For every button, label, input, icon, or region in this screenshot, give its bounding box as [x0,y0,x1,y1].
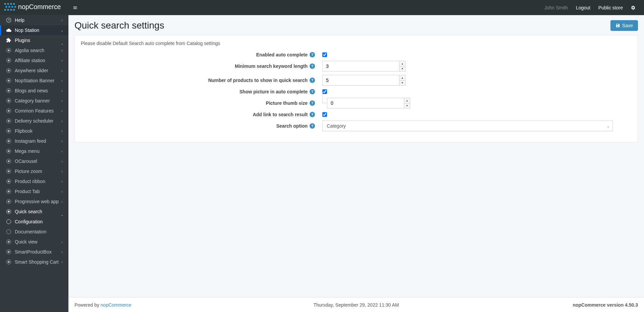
circle-dot-icon [5,128,12,134]
chevron-down-icon: ⌄ [60,42,64,45]
powered-by-text: Powered by [74,302,101,308]
circle-icon [5,219,12,225]
spinner-up-button[interactable]: ▲ [399,75,405,81]
circle-dot-icon [5,259,12,265]
sidebar-item-smartproductbox[interactable]: SmartProductBox ‹ [0,247,68,257]
row-thumb-size: Picture thumb size ? ▲ ▼ [81,98,632,108]
row-enabled-auto-complete: Enabled auto complete ? [81,52,632,57]
chevron-left-icon: ‹ [60,59,64,62]
chevron-down-icon: ⌄ [60,213,64,217]
svg-text:?: ? [8,18,10,22]
public-store-link[interactable]: Public store [594,0,627,15]
content-header: Quick search settings Save [68,15,644,35]
label-min-keyword: Minimum search keyword length ? [81,63,318,69]
sidebar-documentation-label: Documentation [15,229,64,234]
label-text: Picture thumb size [266,100,308,106]
chevron-left-icon: ‹ [60,160,64,163]
save-button[interactable]: Save [610,20,638,31]
sidebar-item-instagram-feed[interactable]: Instagram feed ‹ [0,136,68,146]
add-link-checkbox[interactable] [322,112,327,117]
sidebar-item-ocarousel[interactable]: OCarousel ‹ [0,156,68,166]
spinner-down-button[interactable]: ▼ [399,81,405,86]
row-search-option: Search option ? Category ⌄ [81,121,632,131]
svg-point-7 [14,6,16,7]
chevron-left-icon: ‹ [60,260,64,264]
label-enabled: Enabled auto complete ? [81,52,318,57]
sidebar-item-affiliate-station[interactable]: Affiliate station ‹ [0,55,68,65]
sidebar-item-quick-view[interactable]: Quick view ‹ [0,237,68,247]
sidebar-item-label: NopStation Banner [15,78,60,83]
sidebar-item-delivery-scheduler[interactable]: Delivery scheduler ‹ [0,116,68,126]
sidebar-item-product-ribbon[interactable]: Product ribbon ‹ [0,176,68,186]
navbar-right: John Smith Logout Public store [540,0,644,15]
circle-dot-icon [5,57,12,63]
help-icon[interactable]: ? [310,78,315,83]
logout-link[interactable]: Logout [572,0,594,15]
thumb-size-spinner: ▲ ▼ [327,98,410,108]
chevron-left-icon: ‹ [60,190,64,193]
circle-dot-icon [5,198,12,205]
sidebar-item-picture-zoom[interactable]: Picture zoom ‹ [0,166,68,176]
row-min-keyword: Minimum search keyword length ? ▲ ▼ [81,61,632,72]
sidebar-item-nopstation-banner[interactable]: NopStation Banner ‹ [0,76,68,86]
chevron-left-icon: ‹ [60,69,64,73]
help-icon[interactable]: ? [310,52,315,57]
chevron-left-icon: ‹ [60,170,64,173]
sidebar-toggle-button[interactable] [68,0,82,15]
sidebar-item-quick-search[interactable]: Quick search ⌄ [0,207,68,217]
tree-connector [322,92,326,103]
spinner-down-button[interactable]: ▼ [404,103,410,108]
label-add-link: Add link to search result ? [81,112,318,117]
sidebar-help-label: Help [15,17,60,23]
settings-gear-button[interactable] [627,0,639,15]
chevron-left-icon: ‹ [60,200,64,204]
search-option-select[interactable]: Category [322,121,613,131]
label-num-products: Number of products to show in quick sear… [81,78,318,83]
sidebar-plugins-label: Plugins [15,38,60,43]
circle-dot-icon [5,118,12,124]
sidebar-item-mega-menu[interactable]: Mega menu ‹ [0,146,68,156]
svg-point-9 [7,9,9,10]
thumb-size-input[interactable] [327,98,404,108]
sidebar-item-label: SmartProductBox [15,249,60,255]
row-show-picture: Show picture in auto complete ? [81,89,632,94]
sidebar-item-documentation[interactable]: Documentation [0,227,68,237]
sidebar-item-anywhere-slider[interactable]: Anywhere slider ‹ [0,65,68,76]
help-icon[interactable]: ? [310,89,315,94]
spinner-down-button[interactable]: ▼ [399,66,405,72]
sidebar-item-smart-shopping-cart[interactable]: Smart Shopping Cart ‹ [0,257,68,267]
sidebar-item-blogs-and-news[interactable]: Blogs and news ‹ [0,86,68,96]
help-icon[interactable]: ? [310,112,315,117]
circle-dot-icon [5,239,12,245]
sidebar-item-nop-station[interactable]: Nop Station ⌄ [0,25,68,35]
help-icon[interactable]: ? [310,63,315,69]
sidebar-item-help[interactable]: ? Help ‹ [0,15,68,25]
svg-point-11 [13,9,15,10]
sidebar-nopstation-label: Nop Station [15,28,60,33]
brand-logo[interactable]: nopCommerce [0,0,68,15]
row-num-products: Number of products to show in quick sear… [81,75,632,86]
spinner-up-button[interactable]: ▲ [399,61,405,66]
sidebar-item-progressive-web-app[interactable]: Progressive web app ‹ [0,196,68,207]
chevron-left-icon: ‹ [60,49,64,52]
num-products-input[interactable] [323,75,399,85]
sidebar-item-product-tab[interactable]: Product Tab ‹ [0,186,68,196]
svg-point-2 [10,3,12,4]
min-keyword-input[interactable] [323,61,399,71]
hamburger-icon [73,5,77,10]
help-icon[interactable]: ? [310,123,315,129]
spinner-up-button[interactable]: ▲ [404,98,410,103]
save-icon [615,23,620,28]
enabled-auto-complete-checkbox[interactable] [322,52,327,57]
nopcommerce-link[interactable]: nopCommerce [101,302,131,308]
sidebar-item-category-banner[interactable]: Category banner ‹ [0,96,68,106]
sidebar-item-flipbook[interactable]: Flipbook ‹ [0,126,68,136]
help-icon[interactable]: ? [310,100,315,106]
circle-dot-icon [5,138,12,144]
sidebar-item-configuration[interactable]: Configuration [0,217,68,227]
sidebar-item-algolia-search[interactable]: Algolia search ‹ [0,45,68,55]
sidebar-item-common-features[interactable]: Common Features ‹ [0,106,68,116]
content-body: Please disable Default Search auto compl… [68,35,644,297]
svg-point-0 [4,3,6,4]
sidebar-item-plugins[interactable]: Plugins ⌄ [0,35,68,45]
